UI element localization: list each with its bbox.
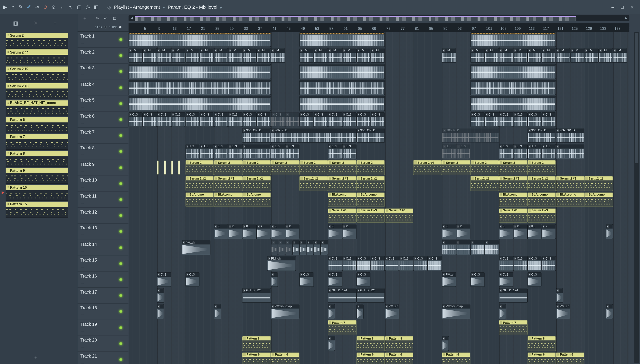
audio-clip[interactable]: ▸J..3 (200, 144, 214, 159)
pattern-clip[interactable]: ∷Serum 2 #2 (186, 176, 214, 191)
audio-clip[interactable]: ▸..M (613, 48, 627, 63)
slide-led[interactable] (119, 26, 122, 29)
track-enable-led[interactable] (119, 54, 122, 57)
audio-clip[interactable]: ▸..M (442, 48, 456, 63)
audio-clip[interactable]: ▸J..3 (214, 144, 228, 159)
audio-clip[interactable]: ▸C..3 (214, 112, 228, 127)
track-enable-led[interactable] (119, 86, 122, 89)
pattern-clip[interactable]: ∷Serum 2 (499, 160, 527, 175)
pattern-clip[interactable]: ∷Seru..2 #2 (300, 176, 328, 191)
audio-clip[interactable]: ▸J..3 (271, 144, 285, 159)
close-button[interactable]: ✕ (630, 4, 634, 10)
audio-clip[interactable]: ▸C..3 (200, 112, 214, 127)
pattern-clip[interactable]: ∷Seru..2 #2 (585, 176, 613, 191)
pattern-clip[interactable]: ∷Serum 2 (186, 160, 214, 175)
add-track-button[interactable]: + (83, 15, 86, 21)
track-header[interactable]: Track 18… (78, 304, 129, 320)
audio-clip[interactable] (471, 32, 556, 47)
pattern-clip[interactable]: ∷Serum 2 (300, 160, 328, 175)
track-enable-led[interactable] (119, 118, 122, 121)
pattern-clip[interactable]: ∷Serum 2 #2 (528, 176, 556, 191)
vertical-scrollbar-thumb[interactable] (635, 33, 638, 163)
audio-clip[interactable]: ▸C..3 (342, 256, 356, 271)
pattern-clip[interactable]: ∷Seru..2 #3 (328, 208, 356, 223)
audio-clip[interactable]: ▸ (157, 288, 164, 303)
playlist-grid[interactable]: ▸..M▸..M▸..M▸..M▸..M▸..M▸..M▸..M▸..M▸..M… (129, 32, 630, 364)
pattern-clip[interactable]: ∷Serum 2 #2 (556, 176, 584, 191)
audio-clip[interactable]: ▸..M (314, 48, 328, 63)
audio-clip[interactable]: ▸K.. (542, 224, 556, 239)
step-toggle[interactable]: STEP (95, 26, 102, 29)
audio-clip[interactable]: ▸C..3 (471, 272, 484, 287)
audio-clip[interactable]: ▸C..3 (371, 112, 385, 127)
track-enable-led[interactable] (119, 166, 122, 169)
audio-clip[interactable]: ▸ (271, 272, 278, 287)
pattern-clip[interactable]: ∷Pattern 6 (385, 352, 413, 364)
audio-clip[interactable]: ▸..M (342, 48, 356, 63)
track-header[interactable]: Track 3… (78, 64, 129, 80)
track-enable-led[interactable] (119, 278, 122, 281)
track-enable-led[interactable] (119, 102, 122, 105)
track-header[interactable]: Track 11… (78, 192, 129, 208)
audio-clip[interactable]: ▸C..3 (357, 112, 370, 127)
audio-clip[interactable]: ▸..M (143, 48, 157, 63)
breadcrumb-item[interactable]: Playlist - Arrangement (114, 4, 160, 9)
audio-clip[interactable] (129, 32, 271, 47)
picker-item[interactable]: ∷Pattern 9 (6, 168, 68, 184)
audio-clip[interactable]: ▸..M (271, 48, 285, 63)
audio-clip[interactable]: ✕J..3 (442, 144, 456, 159)
audio-clip[interactable]: ▸K.. (499, 224, 513, 239)
audio-clip[interactable]: ▸..M (186, 48, 199, 63)
audio-clip[interactable]: ▸..M (214, 48, 228, 63)
audio-clip[interactable]: ▸..M (200, 48, 214, 63)
pattern-clip[interactable]: ∷Serum 2 #3 (357, 208, 385, 223)
audio-clip[interactable]: ▸J..3 (528, 144, 541, 159)
audio-clip[interactable]: ▸C..3 (328, 272, 342, 287)
track-header[interactable]: Track 17… (78, 288, 129, 304)
track-header[interactable]: Track 10… (78, 176, 129, 192)
audio-clip[interactable]: ▸J..3 (513, 144, 527, 159)
audio-clip[interactable]: ▸ (314, 240, 320, 255)
audio-clip[interactable]: ✕90b..P_D (442, 128, 499, 143)
grid-icon[interactable]: ▦ (112, 16, 116, 20)
vertical-scrollbar[interactable] (634, 32, 639, 363)
audio-clip[interactable]: ▸C..3 (499, 272, 513, 287)
audio-clip[interactable]: ▸K.. (271, 224, 285, 239)
pattern-clip[interactable]: ∷Serum 2 #2 (214, 176, 242, 191)
pattern-clip[interactable]: ∷Serum 2 #2 (243, 176, 271, 191)
audio-clip[interactable] (471, 64, 556, 79)
audio-clip[interactable]: ▸PMSG..Clap (442, 304, 470, 319)
audio-clip[interactable]: ✕C..3 (271, 112, 285, 127)
track-enable-led[interactable] (119, 70, 122, 73)
audio-clip[interactable]: ▸..M (471, 48, 484, 63)
audio-clip[interactable]: ▸K.. (214, 224, 228, 239)
audio-clip[interactable]: ▸ (456, 240, 470, 255)
track-header[interactable]: Track 13… (78, 224, 129, 240)
audio-clip[interactable]: ▸ (606, 224, 613, 239)
audio-clip[interactable]: ▸..M (129, 48, 142, 63)
audio-clip[interactable] (471, 96, 556, 111)
track-header[interactable]: Track 20… (78, 336, 129, 352)
pattern-clip[interactable]: ∷Serum 2 (243, 160, 271, 175)
audio-clip[interactable] (129, 80, 271, 95)
audio-clip[interactable]: ▸..M (499, 48, 513, 63)
audio-clip[interactable]: ▸ (307, 240, 313, 255)
track-enable-led[interactable] (119, 150, 122, 153)
track-enable-led[interactable] (119, 262, 122, 265)
audio-clip[interactable]: ▸K.. (528, 224, 541, 239)
audio-clip[interactable]: ▸K.. (285, 224, 299, 239)
track-enable-led[interactable] (119, 358, 122, 361)
audio-clip[interactable]: ▸..M (300, 48, 313, 63)
audio-clip[interactable]: ▸PM..ch (385, 304, 399, 319)
zoom-icon[interactable]: ◎ (86, 4, 90, 10)
pattern-clip[interactable]: ∷Serum 2 #2 (499, 176, 527, 191)
pattern-clip[interactable]: ∷Pattern 6 (528, 352, 556, 364)
audio-clip[interactable]: ▸..M (157, 48, 171, 63)
audio-clip[interactable]: ▸ (328, 336, 335, 351)
audio-clip[interactable]: ▸ (328, 304, 335, 319)
browser-icon[interactable]: ≡ (54, 20, 57, 26)
audio-clip[interactable]: ▸ (321, 240, 328, 255)
audio-clip[interactable]: ▸..M (599, 48, 613, 63)
audio-clip[interactable]: ▸J..3 (328, 144, 342, 159)
pattern-clip[interactable]: ∷BLA..omo (328, 192, 356, 207)
